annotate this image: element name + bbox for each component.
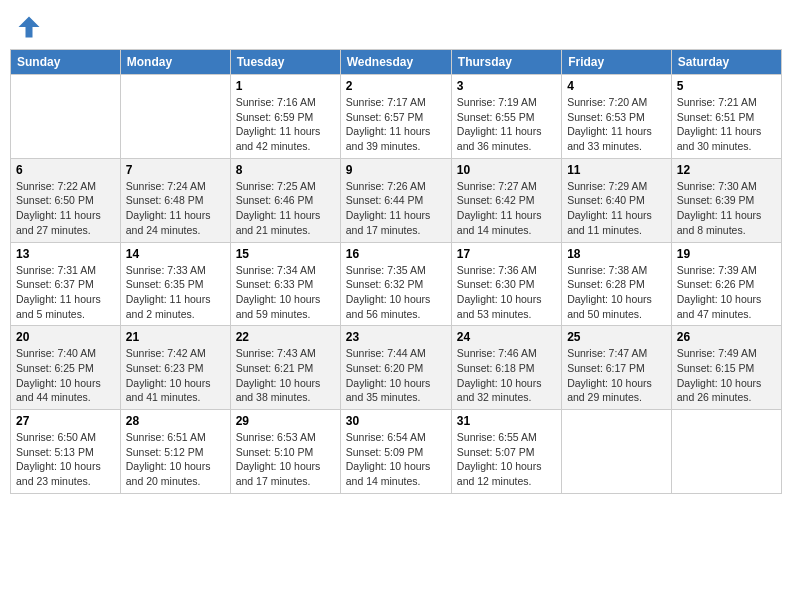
logo	[15, 15, 45, 41]
calendar-cell: 20Sunrise: 7:40 AMSunset: 6:25 PMDayligh…	[11, 326, 121, 410]
day-info: Sunrise: 7:43 AMSunset: 6:21 PMDaylight:…	[236, 346, 335, 405]
calendar-cell: 29Sunrise: 6:53 AMSunset: 5:10 PMDayligh…	[230, 410, 340, 494]
day-info: Sunrise: 7:24 AMSunset: 6:48 PMDaylight:…	[126, 179, 225, 238]
day-info: Sunrise: 7:25 AMSunset: 6:46 PMDaylight:…	[236, 179, 335, 238]
day-info: Sunrise: 6:54 AMSunset: 5:09 PMDaylight:…	[346, 430, 446, 489]
day-number: 22	[236, 330, 335, 344]
calendar-cell: 7Sunrise: 7:24 AMSunset: 6:48 PMDaylight…	[120, 158, 230, 242]
col-header-monday: Monday	[120, 50, 230, 75]
calendar-cell	[671, 410, 781, 494]
day-number: 2	[346, 79, 446, 93]
day-number: 23	[346, 330, 446, 344]
day-info: Sunrise: 7:46 AMSunset: 6:18 PMDaylight:…	[457, 346, 556, 405]
day-number: 6	[16, 163, 115, 177]
calendar-cell: 30Sunrise: 6:54 AMSunset: 5:09 PMDayligh…	[340, 410, 451, 494]
calendar-week-row: 20Sunrise: 7:40 AMSunset: 6:25 PMDayligh…	[11, 326, 782, 410]
day-info: Sunrise: 7:19 AMSunset: 6:55 PMDaylight:…	[457, 95, 556, 154]
day-info: Sunrise: 7:42 AMSunset: 6:23 PMDaylight:…	[126, 346, 225, 405]
calendar-cell: 22Sunrise: 7:43 AMSunset: 6:21 PMDayligh…	[230, 326, 340, 410]
day-info: Sunrise: 7:21 AMSunset: 6:51 PMDaylight:…	[677, 95, 776, 154]
calendar-cell: 5Sunrise: 7:21 AMSunset: 6:51 PMDaylight…	[671, 75, 781, 159]
calendar-cell: 26Sunrise: 7:49 AMSunset: 6:15 PMDayligh…	[671, 326, 781, 410]
calendar-cell: 3Sunrise: 7:19 AMSunset: 6:55 PMDaylight…	[451, 75, 561, 159]
calendar-cell: 11Sunrise: 7:29 AMSunset: 6:40 PMDayligh…	[562, 158, 672, 242]
day-info: Sunrise: 7:49 AMSunset: 6:15 PMDaylight:…	[677, 346, 776, 405]
day-info: Sunrise: 7:36 AMSunset: 6:30 PMDaylight:…	[457, 263, 556, 322]
calendar-cell: 4Sunrise: 7:20 AMSunset: 6:53 PMDaylight…	[562, 75, 672, 159]
day-number: 7	[126, 163, 225, 177]
day-number: 4	[567, 79, 666, 93]
calendar-cell: 10Sunrise: 7:27 AMSunset: 6:42 PMDayligh…	[451, 158, 561, 242]
calendar-cell: 14Sunrise: 7:33 AMSunset: 6:35 PMDayligh…	[120, 242, 230, 326]
day-info: Sunrise: 7:30 AMSunset: 6:39 PMDaylight:…	[677, 179, 776, 238]
day-info: Sunrise: 7:16 AMSunset: 6:59 PMDaylight:…	[236, 95, 335, 154]
day-info: Sunrise: 7:39 AMSunset: 6:26 PMDaylight:…	[677, 263, 776, 322]
day-info: Sunrise: 7:44 AMSunset: 6:20 PMDaylight:…	[346, 346, 446, 405]
calendar-cell: 16Sunrise: 7:35 AMSunset: 6:32 PMDayligh…	[340, 242, 451, 326]
day-number: 31	[457, 414, 556, 428]
day-number: 11	[567, 163, 666, 177]
calendar-week-row: 6Sunrise: 7:22 AMSunset: 6:50 PMDaylight…	[11, 158, 782, 242]
day-number: 30	[346, 414, 446, 428]
day-info: Sunrise: 6:50 AMSunset: 5:13 PMDaylight:…	[16, 430, 115, 489]
day-info: Sunrise: 6:51 AMSunset: 5:12 PMDaylight:…	[126, 430, 225, 489]
calendar-cell: 21Sunrise: 7:42 AMSunset: 6:23 PMDayligh…	[120, 326, 230, 410]
calendar-cell	[120, 75, 230, 159]
calendar-cell: 17Sunrise: 7:36 AMSunset: 6:30 PMDayligh…	[451, 242, 561, 326]
day-number: 26	[677, 330, 776, 344]
day-number: 8	[236, 163, 335, 177]
day-number: 24	[457, 330, 556, 344]
day-info: Sunrise: 7:40 AMSunset: 6:25 PMDaylight:…	[16, 346, 115, 405]
day-number: 19	[677, 247, 776, 261]
calendar-cell	[11, 75, 121, 159]
day-info: Sunrise: 7:22 AMSunset: 6:50 PMDaylight:…	[16, 179, 115, 238]
calendar-week-row: 27Sunrise: 6:50 AMSunset: 5:13 PMDayligh…	[11, 410, 782, 494]
day-number: 5	[677, 79, 776, 93]
calendar-cell: 2Sunrise: 7:17 AMSunset: 6:57 PMDaylight…	[340, 75, 451, 159]
day-number: 13	[16, 247, 115, 261]
day-number: 15	[236, 247, 335, 261]
day-info: Sunrise: 7:26 AMSunset: 6:44 PMDaylight:…	[346, 179, 446, 238]
day-number: 16	[346, 247, 446, 261]
day-number: 17	[457, 247, 556, 261]
day-number: 18	[567, 247, 666, 261]
day-number: 3	[457, 79, 556, 93]
calendar-cell: 13Sunrise: 7:31 AMSunset: 6:37 PMDayligh…	[11, 242, 121, 326]
calendar-cell: 8Sunrise: 7:25 AMSunset: 6:46 PMDaylight…	[230, 158, 340, 242]
day-number: 27	[16, 414, 115, 428]
day-number: 25	[567, 330, 666, 344]
calendar-cell	[562, 410, 672, 494]
calendar-cell: 27Sunrise: 6:50 AMSunset: 5:13 PMDayligh…	[11, 410, 121, 494]
col-header-tuesday: Tuesday	[230, 50, 340, 75]
day-number: 1	[236, 79, 335, 93]
col-header-thursday: Thursday	[451, 50, 561, 75]
day-number: 9	[346, 163, 446, 177]
day-number: 28	[126, 414, 225, 428]
calendar-week-row: 13Sunrise: 7:31 AMSunset: 6:37 PMDayligh…	[11, 242, 782, 326]
day-number: 20	[16, 330, 115, 344]
day-info: Sunrise: 7:20 AMSunset: 6:53 PMDaylight:…	[567, 95, 666, 154]
calendar-cell: 19Sunrise: 7:39 AMSunset: 6:26 PMDayligh…	[671, 242, 781, 326]
day-info: Sunrise: 7:47 AMSunset: 6:17 PMDaylight:…	[567, 346, 666, 405]
calendar-cell: 23Sunrise: 7:44 AMSunset: 6:20 PMDayligh…	[340, 326, 451, 410]
col-header-wednesday: Wednesday	[340, 50, 451, 75]
day-info: Sunrise: 6:55 AMSunset: 5:07 PMDaylight:…	[457, 430, 556, 489]
col-header-sunday: Sunday	[11, 50, 121, 75]
day-number: 29	[236, 414, 335, 428]
calendar-cell: 25Sunrise: 7:47 AMSunset: 6:17 PMDayligh…	[562, 326, 672, 410]
day-info: Sunrise: 7:27 AMSunset: 6:42 PMDaylight:…	[457, 179, 556, 238]
logo-icon	[15, 13, 43, 41]
day-number: 21	[126, 330, 225, 344]
calendar-cell: 24Sunrise: 7:46 AMSunset: 6:18 PMDayligh…	[451, 326, 561, 410]
calendar-week-row: 1Sunrise: 7:16 AMSunset: 6:59 PMDaylight…	[11, 75, 782, 159]
calendar-cell: 31Sunrise: 6:55 AMSunset: 5:07 PMDayligh…	[451, 410, 561, 494]
day-info: Sunrise: 7:35 AMSunset: 6:32 PMDaylight:…	[346, 263, 446, 322]
calendar-cell: 15Sunrise: 7:34 AMSunset: 6:33 PMDayligh…	[230, 242, 340, 326]
calendar-table: SundayMondayTuesdayWednesdayThursdayFrid…	[10, 49, 782, 494]
calendar-cell: 28Sunrise: 6:51 AMSunset: 5:12 PMDayligh…	[120, 410, 230, 494]
calendar-cell: 6Sunrise: 7:22 AMSunset: 6:50 PMDaylight…	[11, 158, 121, 242]
day-info: Sunrise: 7:33 AMSunset: 6:35 PMDaylight:…	[126, 263, 225, 322]
day-info: Sunrise: 7:38 AMSunset: 6:28 PMDaylight:…	[567, 263, 666, 322]
day-number: 14	[126, 247, 225, 261]
calendar-cell: 18Sunrise: 7:38 AMSunset: 6:28 PMDayligh…	[562, 242, 672, 326]
